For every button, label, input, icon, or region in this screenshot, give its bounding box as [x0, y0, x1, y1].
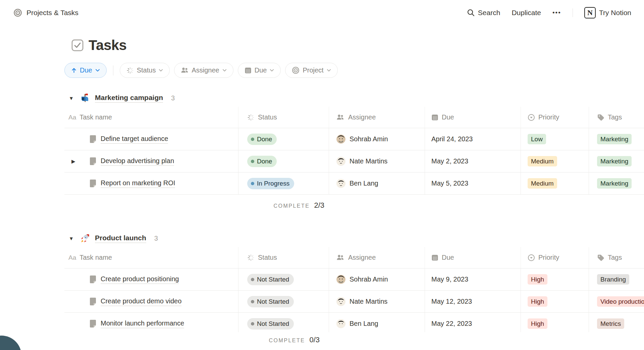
table-row[interactable]: Define target audience Done Sohrab Amin …: [64, 128, 644, 150]
complete-label: COMPLETE: [273, 203, 310, 209]
assignee-cell[interactable]: Sohrab Amin: [329, 128, 425, 150]
column-header-due[interactable]: Due: [425, 107, 521, 128]
column-header-status[interactable]: Status: [238, 247, 329, 268]
column-header-priority[interactable]: Priority: [521, 247, 589, 268]
column-header-task-name[interactable]: Aa Task name: [64, 107, 238, 128]
tag-pill: Branding: [597, 274, 629, 285]
assignee-cell[interactable]: Ben Lang: [329, 172, 425, 194]
status-cell[interactable]: Not Started: [238, 268, 329, 290]
table-row[interactable]: Create product demo video Not Started Na…: [64, 291, 644, 313]
assignee-cell[interactable]: Sohrab Amin: [329, 268, 425, 290]
task-title-link[interactable]: Define target audience: [101, 135, 168, 144]
column-header-tags[interactable]: Tags: [589, 107, 644, 128]
priority-cell[interactable]: High: [521, 268, 589, 290]
filter-due-button[interactable]: Due: [238, 63, 281, 78]
more-options-button[interactable]: •••: [552, 9, 561, 16]
column-header-assignee[interactable]: Assignee: [329, 107, 425, 128]
task-name-cell[interactable]: Define target audience: [64, 128, 238, 150]
rocket-icon: [80, 233, 90, 243]
table-row[interactable]: Report on marketing ROI In Progress Ben …: [64, 172, 644, 195]
group-title[interactable]: Product launch: [95, 234, 146, 243]
tags-cell[interactable]: Video production: [589, 291, 644, 312]
table-row[interactable]: ▶ Develop advertising plan Done Nate Mar…: [64, 150, 644, 172]
tag-pill: Marketing: [597, 134, 632, 145]
priority-cell[interactable]: High: [521, 291, 589, 312]
due-cell[interactable]: May 2, 2023: [425, 150, 521, 172]
priority-cell[interactable]: Medium: [521, 172, 589, 194]
priority-tag: Medium: [528, 178, 557, 189]
task-name-cell[interactable]: ▶ Develop advertising plan: [64, 150, 238, 172]
status-cell[interactable]: Not Started: [238, 291, 329, 312]
status-pill[interactable]: Not Started: [247, 274, 294, 285]
status-pill[interactable]: Done: [247, 156, 277, 167]
assignee-cell[interactable]: Ben Lang: [329, 313, 425, 335]
task-title-link[interactable]: Create product demo video: [101, 297, 181, 306]
status-cell[interactable]: Done: [238, 150, 329, 172]
tags-cell[interactable]: Metrics: [589, 313, 644, 335]
filter-assignee-button[interactable]: Assignee: [174, 63, 233, 78]
chevron-down-icon: [159, 69, 163, 72]
due-cell[interactable]: April 24, 2023: [425, 128, 521, 150]
tag-pill: Video production: [597, 296, 644, 307]
status-pill[interactable]: Done: [247, 134, 277, 145]
group-collapse-icon[interactable]: ▼: [69, 236, 75, 241]
status-cell[interactable]: Done: [238, 128, 329, 150]
tags-cell[interactable]: Marketing: [589, 128, 644, 150]
text-property-icon: Aa: [68, 254, 76, 261]
status-cell[interactable]: In Progress: [238, 172, 329, 194]
breadcrumb[interactable]: Projects & Tasks: [13, 8, 78, 17]
status-label: Not Started: [257, 298, 289, 305]
status-cell[interactable]: Not Started: [238, 313, 329, 335]
open-mailbox-icon: [80, 93, 90, 103]
status-pill[interactable]: Not Started: [247, 318, 294, 330]
notion-logo-icon: N: [584, 7, 596, 18]
priority-cell[interactable]: Low: [521, 128, 589, 150]
column-header-tags[interactable]: Tags: [589, 247, 644, 268]
column-header-task-name[interactable]: Aa Task name: [64, 247, 238, 268]
priority-select-icon: [528, 254, 535, 261]
tags-cell[interactable]: Branding: [589, 268, 644, 290]
task-title-link[interactable]: Develop advertising plan: [101, 157, 174, 166]
group-collapse-icon[interactable]: ▼: [69, 95, 75, 101]
filter-project-button[interactable]: Project: [285, 63, 337, 78]
due-cell[interactable]: May 12, 2023: [425, 291, 521, 312]
page-title[interactable]: Tasks: [89, 37, 126, 53]
group-title[interactable]: Marketing campaign: [95, 94, 163, 103]
chevron-down-icon: [95, 69, 100, 72]
priority-cell[interactable]: High: [521, 313, 589, 335]
task-name-cell[interactable]: Report on marketing ROI: [64, 172, 238, 194]
status-dot-icon: [251, 182, 254, 185]
sort-due-button[interactable]: Due: [64, 63, 107, 78]
due-cell[interactable]: May 5, 2023: [425, 172, 521, 194]
assignee-cell[interactable]: Nate Martins: [329, 150, 425, 172]
assignee-cell[interactable]: Nate Martins: [329, 291, 425, 312]
task-title-link[interactable]: Monitor launch performance: [101, 319, 184, 328]
priority-cell[interactable]: Medium: [521, 150, 589, 172]
table-row[interactable]: Monitor launch performance Not Started B…: [64, 313, 644, 335]
row-expand-icon[interactable]: ▶: [71, 158, 75, 164]
tag-pill: Marketing: [597, 178, 632, 189]
task-name-cell[interactable]: Create product demo video: [64, 291, 238, 312]
duplicate-button[interactable]: Duplicate: [512, 9, 541, 17]
task-title-link[interactable]: Create product positioning: [101, 275, 179, 284]
due-cell[interactable]: May 22, 2023: [425, 313, 521, 335]
status-pill[interactable]: Not Started: [247, 296, 294, 307]
column-header-priority[interactable]: Priority: [521, 107, 589, 128]
status-pill[interactable]: In Progress: [247, 178, 294, 189]
filter-status-button[interactable]: Status: [120, 63, 170, 78]
tags-cell[interactable]: Marketing: [589, 150, 644, 172]
tags-cell[interactable]: Marketing: [589, 172, 644, 194]
status-label: In Progress: [257, 180, 289, 187]
try-notion-button[interactable]: N Try Notion: [584, 7, 631, 18]
task-name-cell[interactable]: Create product positioning: [64, 268, 238, 290]
search-button[interactable]: Search: [467, 9, 500, 17]
column-header-due[interactable]: Due: [425, 247, 521, 268]
task-title-link[interactable]: Report on marketing ROI: [101, 179, 175, 188]
column-header-assignee[interactable]: Assignee: [329, 247, 425, 268]
task-name-cell[interactable]: Monitor launch performance: [64, 313, 238, 335]
due-cell[interactable]: May 9, 2023: [425, 268, 521, 290]
table-row[interactable]: Create product positioning Not Started S…: [64, 268, 644, 291]
priority-tag: Low: [528, 134, 546, 145]
table-header-row: Aa Task name Status: [64, 247, 644, 268]
column-header-status[interactable]: Status: [238, 107, 329, 128]
